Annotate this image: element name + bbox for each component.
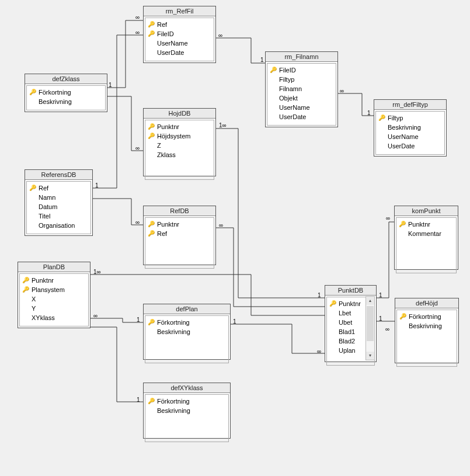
- table-row[interactable]: 🔑Punktnr: [147, 122, 213, 131]
- table-row[interactable]: X: [21, 294, 87, 304]
- field-label: Ref: [157, 230, 167, 238]
- table-row[interactable]: 🔑Förkortning: [147, 397, 227, 406]
- table-row[interactable]: 🔑Plansystem: [21, 285, 87, 294]
- table-row[interactable]: 🔑Förkortning: [398, 312, 455, 321]
- table-row[interactable]: Y: [21, 304, 87, 313]
- table-RefDB[interactable]: RefDB 🔑Punktnr 🔑Ref: [143, 206, 216, 265]
- card-1: 1: [260, 57, 264, 63]
- table-row[interactable]: 🔑Ref: [28, 183, 89, 193]
- table-defZklass[interactable]: defZklass 🔑Förkortning Beskrivning: [25, 74, 107, 112]
- table-title: PunktDB: [325, 286, 376, 296]
- table-row[interactable]: Titel: [28, 211, 89, 221]
- table-row[interactable]: UserDate: [269, 112, 335, 121]
- card-inf: ∞: [386, 215, 390, 221]
- field-label: Filtyp: [388, 114, 403, 122]
- table-row[interactable]: 🔑Ref: [147, 229, 213, 238]
- field-label: Titel: [39, 212, 50, 220]
- table-row[interactable]: 🔑Förkortning: [28, 88, 104, 97]
- table-row[interactable]: Beskrivning: [28, 97, 104, 106]
- table-row[interactable]: Z: [147, 141, 213, 150]
- table-row[interactable]: Ubet: [328, 318, 365, 327]
- card-inf: ∞: [317, 348, 321, 355]
- field-label: Punktnr: [157, 220, 179, 228]
- field-label: Filnamn: [279, 85, 302, 93]
- table-rm_defFiltyp[interactable]: rm_defFiltyp 🔑Filtyp Beskrivning UserNam…: [374, 99, 447, 157]
- table-row[interactable]: UserName: [147, 39, 213, 48]
- table-row[interactable]: Beskrivning: [398, 321, 455, 331]
- table-row[interactable]: 🔑Punktnr: [328, 299, 365, 308]
- table-row[interactable]: Beskrivning: [147, 327, 227, 336]
- table-row[interactable]: UserDate: [147, 48, 213, 57]
- key-icon: 🔑: [148, 230, 155, 238]
- table-row[interactable]: UserName: [269, 103, 335, 112]
- table-rm_RefFil[interactable]: rm_RefFil 🔑Ref 🔑FileID UserName UserDate: [143, 6, 216, 63]
- table-row[interactable]: 🔑Punktnr: [21, 276, 87, 285]
- scrollbar[interactable]: ▴ ▾: [365, 296, 375, 360]
- table-row[interactable]: 🔑Förkortning: [147, 318, 227, 327]
- table-ReferensDB[interactable]: ReferensDB 🔑Ref Namn Datum Titel Organis…: [25, 169, 93, 236]
- table-rm_Filnamn[interactable]: rm_Filnamn 🔑FileID Filtyp Filnamn Objekt…: [265, 51, 338, 127]
- table-defPlan[interactable]: defPlan 🔑Förkortning Beskrivning: [143, 304, 231, 360]
- card-inf: 1∞: [93, 269, 101, 275]
- field-label: Ref: [157, 20, 167, 29]
- table-row[interactable]: 🔑Ref: [147, 20, 213, 29]
- field-label: Uplan: [339, 346, 356, 355]
- key-icon: 🔑: [148, 318, 155, 326]
- key-icon: 🔑: [399, 220, 406, 228]
- key-icon: 🔑: [148, 397, 155, 405]
- field-label: Förkortning: [409, 312, 441, 321]
- field-label: Beskrivning: [157, 328, 190, 336]
- table-row[interactable]: Blad1: [328, 327, 365, 336]
- table-row[interactable]: Beskrivning: [377, 123, 443, 132]
- table-defXYklass[interactable]: defXYklass 🔑Förkortning Beskrivning: [143, 383, 231, 439]
- field-label: FileID: [157, 30, 174, 38]
- table-row[interactable]: 🔑FileID: [147, 29, 213, 39]
- key-icon: 🔑: [29, 88, 36, 96]
- scroll-up-icon[interactable]: ▴: [366, 297, 374, 305]
- field-label: Organisation: [39, 221, 75, 230]
- table-PlanDB[interactable]: PlanDB 🔑Punktnr 🔑Plansystem X Y XYklass: [18, 262, 90, 328]
- table-row[interactable]: Datum: [28, 202, 89, 211]
- table-defHojd[interactable]: defHöjd 🔑Förkortning Beskrivning: [395, 298, 459, 363]
- table-row[interactable]: UserName: [377, 132, 443, 141]
- table-row[interactable]: 🔑FileID: [269, 65, 335, 75]
- table-row[interactable]: Blad2: [328, 336, 365, 346]
- table-title: HojdDB: [144, 109, 215, 119]
- table-row[interactable]: Beskrivning: [147, 406, 227, 415]
- table-row[interactable]: 🔑Filtyp: [377, 113, 443, 123]
- table-row[interactable]: Filnamn: [269, 84, 335, 93]
- table-title: defZklass: [25, 74, 107, 84]
- field-label: XYklass: [32, 314, 55, 322]
- table-PunktDB[interactable]: PunktDB 🔑Punktnr Lbet Ubet Blad1 Blad2 U…: [325, 285, 377, 362]
- field-label: Namn: [39, 193, 55, 201]
- field-list: 🔑Förkortning Beskrivning: [26, 85, 106, 110]
- field-label: Förkortning: [39, 88, 71, 96]
- table-row[interactable]: Organisation: [28, 221, 89, 230]
- table-row[interactable]: Namn: [28, 193, 89, 202]
- scroll-down-icon[interactable]: ▾: [366, 352, 374, 360]
- scroll-thumb[interactable]: [367, 306, 374, 341]
- table-row[interactable]: Zklass: [147, 150, 213, 159]
- table-row[interactable]: Kommentar: [398, 229, 455, 238]
- table-row[interactable]: 🔑Punktnr: [147, 220, 213, 229]
- table-row[interactable]: Uplan: [328, 346, 365, 355]
- table-title: rm_defFiltyp: [374, 100, 446, 110]
- table-row[interactable]: XYklass: [21, 313, 87, 322]
- field-label: Datum: [39, 203, 57, 211]
- field-label: Blad1: [339, 328, 355, 336]
- table-HojdDB[interactable]: HojdDB 🔑Punktnr 🔑Höjdsystem Z Zklass: [143, 108, 216, 176]
- table-komPunkt[interactable]: komPunkt 🔑Punktnr Kommentar: [394, 206, 458, 270]
- card-1: 1: [95, 182, 99, 189]
- table-row[interactable]: 🔑Höjdsystem: [147, 131, 213, 141]
- table-row[interactable]: Lbet: [328, 308, 365, 318]
- table-row[interactable]: Objekt: [269, 93, 335, 103]
- table-row[interactable]: 🔑Punktnr: [398, 220, 455, 229]
- table-row[interactable]: Filtyp: [269, 75, 335, 84]
- table-title: rm_RefFil: [144, 6, 215, 16]
- field-label: Förkortning: [157, 318, 190, 326]
- card-inf: ∞: [135, 145, 140, 151]
- er-diagram-canvas: 1 ∞ ∞ 1 ∞ ∞ ∞ 1 ∞ 1 1∞ ∞ 1∞ 1 ∞ 1 1 1 ∞ …: [0, 0, 470, 476]
- table-row[interactable]: UserDate: [377, 141, 443, 151]
- field-label: Lbet: [339, 309, 351, 317]
- field-label: Beskrivning: [388, 123, 421, 131]
